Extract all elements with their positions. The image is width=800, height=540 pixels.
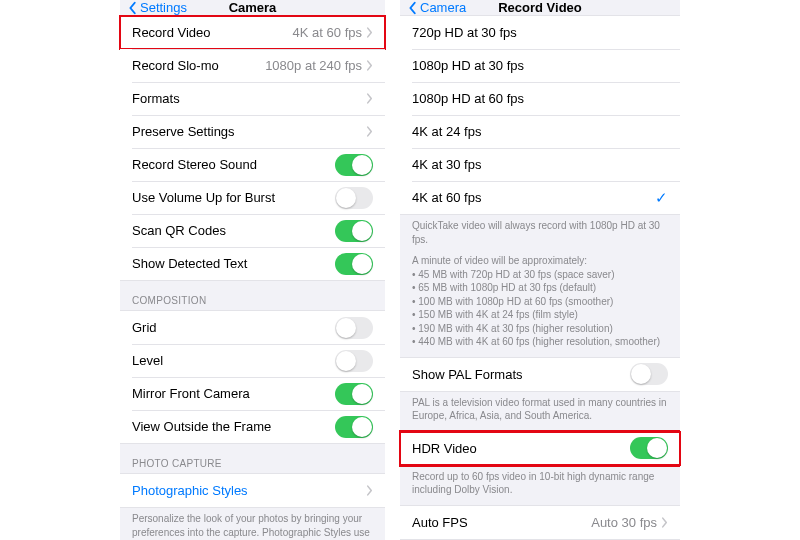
- row-label: Show Detected Text: [132, 256, 335, 271]
- row-label: Scan QR Codes: [132, 223, 335, 238]
- toggle-switch[interactable]: [630, 363, 668, 385]
- row-label: Record Video: [132, 25, 293, 40]
- toggle-switch[interactable]: [630, 437, 668, 459]
- chevron-right-icon: [661, 517, 668, 528]
- size-line: • 45 MB with 720p HD at 30 fps (space sa…: [412, 268, 668, 282]
- size-line: • 150 MB with 4K at 24 fps (film style): [412, 308, 668, 322]
- row-label: 4K at 24 fps: [412, 124, 668, 139]
- size-line: • 190 MB with 4K at 30 fps (higher resol…: [412, 322, 668, 336]
- chevron-right-icon: [366, 60, 373, 71]
- settings-row[interactable]: Record Stereo Sound: [120, 148, 385, 181]
- chevron-right-icon: [366, 126, 373, 137]
- row-value: 4K at 60 fps: [293, 25, 362, 40]
- toggle-switch[interactable]: [335, 416, 373, 438]
- section-header-composition: COMPOSITION: [120, 281, 385, 310]
- row-label: Formats: [132, 91, 366, 106]
- video-quality-options: 720p HD at 30 fps1080p HD at 30 fps1080p…: [400, 15, 680, 215]
- back-label: Camera: [420, 0, 466, 15]
- nav-bar: Settings Camera: [120, 0, 385, 15]
- toggle-switch[interactable]: [335, 220, 373, 242]
- settings-row[interactable]: 720p HD at 30 fps: [400, 16, 680, 49]
- toggle-switch[interactable]: [335, 187, 373, 209]
- toggle-switch[interactable]: [335, 253, 373, 275]
- size-header: A minute of video will be approximately:: [412, 254, 668, 268]
- photo-capture-footer: Personalize the look of your photos by b…: [120, 508, 385, 540]
- settings-row[interactable]: Use Volume Up for Burst: [120, 181, 385, 214]
- settings-row[interactable]: Scan QR Codes: [120, 214, 385, 247]
- size-estimate: A minute of video will be approximately:…: [400, 254, 680, 357]
- chevron-left-icon: [408, 1, 418, 15]
- hdr-footer: Record up to 60 fps video in 10-bit high…: [400, 466, 680, 505]
- row-label: View Outside the Frame: [132, 419, 335, 434]
- settings-row[interactable]: HDR Video: [400, 432, 680, 465]
- settings-row[interactable]: Formats: [120, 82, 385, 115]
- section-header-photo-capture: PHOTO CAPTURE: [120, 444, 385, 473]
- settings-row[interactable]: 1080p HD at 60 fps: [400, 82, 680, 115]
- back-label: Settings: [140, 0, 187, 15]
- row-label: Level: [132, 353, 335, 368]
- row-label: 1080p HD at 30 fps: [412, 58, 668, 73]
- row-label: 4K at 60 fps: [412, 190, 655, 205]
- row-label: Photographic Styles: [132, 483, 366, 498]
- settings-row[interactable]: Grid: [120, 311, 385, 344]
- settings-row[interactable]: Photographic Styles: [120, 474, 385, 507]
- settings-row[interactable]: View Outside the Frame: [120, 410, 385, 443]
- autofps-group: Auto FPSAuto 30 fps: [400, 505, 680, 540]
- pal-group: Show PAL Formats: [400, 357, 680, 392]
- camera-settings-panel: Settings Camera Record Video4K at 60 fps…: [120, 0, 385, 540]
- row-label: Use Volume Up for Burst: [132, 190, 335, 205]
- row-label: HDR Video: [412, 441, 630, 456]
- row-label: 720p HD at 30 fps: [412, 25, 668, 40]
- settings-row[interactable]: 4K at 30 fps: [400, 148, 680, 181]
- toggle-switch[interactable]: [335, 317, 373, 339]
- size-line: • 100 MB with 1080p HD at 60 fps (smooth…: [412, 295, 668, 309]
- settings-row[interactable]: 1080p HD at 30 fps: [400, 49, 680, 82]
- row-label: 1080p HD at 60 fps: [412, 91, 668, 106]
- settings-row[interactable]: Show Detected Text: [120, 247, 385, 280]
- toggle-switch[interactable]: [335, 350, 373, 372]
- chevron-right-icon: [366, 485, 373, 496]
- back-button[interactable]: Camera: [408, 0, 466, 15]
- settings-row[interactable]: 4K at 60 fps✓: [400, 181, 680, 214]
- hdr-group: HDR Video: [400, 431, 680, 466]
- row-value: 1080p at 240 fps: [265, 58, 362, 73]
- toggle-switch[interactable]: [335, 383, 373, 405]
- row-label: Record Slo-mo: [132, 58, 265, 73]
- record-video-panel: Camera Record Video 720p HD at 30 fps108…: [400, 0, 680, 540]
- chevron-right-icon: [366, 27, 373, 38]
- toggle-switch[interactable]: [335, 154, 373, 176]
- row-label: Show PAL Formats: [412, 367, 630, 382]
- row-label: Record Stereo Sound: [132, 157, 335, 172]
- quicktake-note: QuickTake video will always record with …: [400, 215, 680, 254]
- row-label: Auto FPS: [412, 515, 591, 530]
- row-label: Mirror Front Camera: [132, 386, 335, 401]
- chevron-right-icon: [366, 93, 373, 104]
- size-line: • 440 MB with 4K at 60 fps (higher resol…: [412, 335, 668, 349]
- settings-row[interactable]: 4K at 24 fps: [400, 115, 680, 148]
- settings-row[interactable]: Show PAL Formats: [400, 358, 680, 391]
- pal-footer: PAL is a television video format used in…: [400, 392, 680, 431]
- size-line: • 65 MB with 1080p HD at 30 fps (default…: [412, 281, 668, 295]
- back-button[interactable]: Settings: [128, 0, 187, 15]
- row-value: Auto 30 fps: [591, 515, 657, 530]
- chevron-left-icon: [128, 1, 138, 15]
- checkmark-icon: ✓: [655, 189, 668, 207]
- row-label: 4K at 30 fps: [412, 157, 668, 172]
- settings-row[interactable]: Record Slo-mo1080p at 240 fps: [120, 49, 385, 82]
- settings-row[interactable]: Preserve Settings: [120, 115, 385, 148]
- row-label: Grid: [132, 320, 335, 335]
- nav-bar: Camera Record Video: [400, 0, 680, 15]
- settings-group-main: Record Video4K at 60 fpsRecord Slo-mo108…: [120, 15, 385, 281]
- settings-row[interactable]: Mirror Front Camera: [120, 377, 385, 410]
- row-label: Preserve Settings: [132, 124, 366, 139]
- settings-group-photo-capture: Photographic Styles: [120, 473, 385, 508]
- settings-row[interactable]: Record Video4K at 60 fps: [120, 16, 385, 49]
- settings-group-composition: GridLevelMirror Front CameraView Outside…: [120, 310, 385, 444]
- settings-row[interactable]: Level: [120, 344, 385, 377]
- settings-row[interactable]: Auto FPSAuto 30 fps: [400, 506, 680, 539]
